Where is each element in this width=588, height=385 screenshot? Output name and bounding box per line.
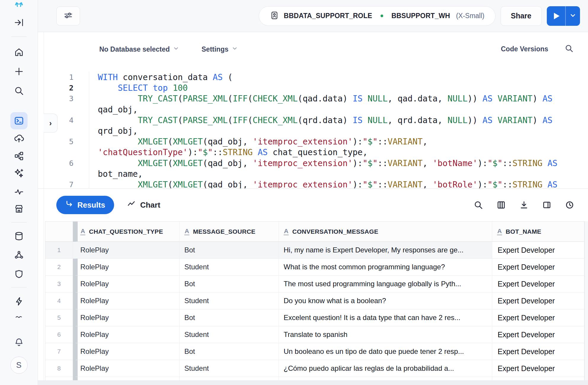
snowflake-logo-icon[interactable] — [13, 0, 25, 10]
table-cell[interactable]: Expert Developer — [492, 360, 584, 377]
table-cell[interactable]: RolePlay — [76, 326, 180, 343]
table-cell[interactable]: RolePlay — [76, 343, 180, 360]
table-row[interactable]: 1RolePlayBotHi, my name is Expert Develo… — [45, 242, 584, 259]
table-row[interactable]: 2RolePlayStudentWhat is the most common … — [45, 259, 584, 276]
side-panel-icon[interactable] — [542, 200, 552, 210]
table-cell[interactable]: Expert Developer — [492, 242, 584, 259]
table-cell[interactable]: RolePlay — [76, 292, 180, 309]
code-line[interactable]: 7 XMLGET(XMLGET(qad_obj, 'itemproc_exten… — [38, 179, 588, 189]
table-cell[interactable]: Do you know what is a boolean? — [279, 292, 492, 309]
table-cell[interactable]: RolePlay — [76, 360, 180, 377]
table-cell[interactable]: Bot — [180, 309, 279, 326]
table-cell[interactable]: RolePlay — [76, 242, 180, 259]
results-search-icon[interactable] — [473, 200, 483, 210]
code-line[interactable]: 2 SELECT top 100 — [38, 83, 588, 93]
search-icon — [565, 49, 573, 54]
worksheet-filters-button[interactable] — [56, 7, 80, 26]
table-row[interactable]: 8RolePlayStudent¿Cómo puedo aplicar las … — [45, 360, 584, 377]
table-cell[interactable]: Bot — [180, 276, 279, 292]
code-line[interactable]: 'chatQuestionType'):"$"::STRING AS chat_… — [38, 147, 588, 158]
table-cell[interactable]: Un booleano es un tipo de dato que puede… — [279, 343, 492, 360]
search-icon[interactable] — [13, 85, 25, 97]
column-header[interactable]: ABOT_NAME — [492, 222, 584, 242]
role-warehouse-selector[interactable]: BBDATA_SUPPORT_ROLE BBSUPPORT_WH (X-Smal… — [259, 6, 496, 26]
line-number: 3 — [38, 93, 74, 104]
wave-icon[interactable] — [13, 311, 25, 323]
run-options-button[interactable] — [566, 6, 580, 26]
table-row[interactable]: 6RolePlayStudentTranslate to spanishExpe… — [45, 326, 584, 343]
code-line[interactable]: 5 XMLGET(XMLGET(qad_obj, 'itemproc_exten… — [38, 136, 588, 147]
database-selector[interactable]: No Database selected — [99, 45, 179, 53]
code-line[interactable]: 6 XMLGET(XMLGET(qad_obj, 'itemproc_exten… — [38, 158, 588, 169]
main-area: BBDATA_SUPPORT_ROLE BBSUPPORT_WH (X-Smal… — [38, 0, 588, 385]
user-avatar[interactable]: S — [10, 357, 28, 374]
share-button[interactable]: Share — [501, 6, 542, 26]
table-cell[interactable]: Expert Developer — [492, 309, 584, 326]
editor-search-button[interactable] — [565, 44, 573, 54]
table-cell[interactable]: Student — [180, 326, 279, 343]
table-cell[interactable]: Expert Developer — [492, 259, 584, 276]
table-cell[interactable]: The most used programming language globa… — [279, 276, 492, 292]
marketplace-icon[interactable] — [13, 203, 25, 215]
data-hierarchy-icon[interactable] — [13, 150, 25, 162]
table-cell[interactable]: Bot — [180, 343, 279, 360]
new-worksheet-icon[interactable] — [13, 66, 25, 77]
table-cell[interactable]: What is the most common programming lang… — [279, 259, 492, 276]
table-cell[interactable]: RolePlay — [76, 309, 180, 326]
table-row[interactable]: 7RolePlayBotUn booleano es un tipo de da… — [45, 343, 584, 360]
share-label: Share — [511, 12, 531, 20]
table-cell[interactable]: RolePlay — [76, 276, 180, 292]
activity-icon[interactable] — [13, 186, 25, 198]
tab-results[interactable]: Results — [56, 196, 114, 214]
column-header[interactable]: ACHAT_QUESTION_TYPE — [76, 222, 180, 242]
code-versions-button[interactable]: Code Versions — [501, 45, 548, 53]
database-icon[interactable] — [13, 230, 25, 242]
sidebar-item-worksheets-active[interactable] — [10, 112, 28, 129]
home-icon[interactable] — [13, 46, 25, 58]
vertical-scrollbar[interactable] — [584, 221, 588, 380]
quick-actions-bolt-icon[interactable] — [13, 295, 25, 307]
collapse-sidebar-icon[interactable] — [13, 17, 25, 28]
code-line[interactable]: 3 TRY_CAST(PARSE_XML(IFF(CHECK_XML(qad.d… — [38, 93, 588, 104]
cloud-upload-icon[interactable] — [13, 132, 25, 144]
row-number: 8 — [45, 360, 73, 377]
code-line[interactable]: qrd_obj, — [38, 126, 588, 136]
table-row[interactable]: 3RolePlayBotThe most used programming la… — [45, 276, 584, 292]
table-cell[interactable]: Hi, my name is Expert Developer, My resp… — [279, 242, 492, 259]
table-row[interactable]: 5RolePlayBotExcelent question! It is a d… — [45, 309, 584, 326]
table-cell[interactable]: Expert Developer — [492, 276, 584, 292]
history-clock-icon[interactable] — [565, 200, 575, 210]
columns-icon[interactable] — [496, 200, 506, 210]
table-cell[interactable]: Student — [180, 292, 279, 309]
expand-panel-tab[interactable]: › — [44, 114, 57, 133]
code-line[interactable]: bot_name, — [38, 169, 588, 179]
shield-icon[interactable] — [13, 268, 25, 280]
table-cell[interactable]: Expert Developer — [492, 326, 584, 343]
table-cell[interactable]: RolePlay — [76, 259, 180, 276]
text-type-icon: A — [184, 228, 189, 235]
table-cell[interactable]: Student — [180, 259, 279, 276]
table-body: 1RolePlayBotHi, my name is Expert Develo… — [45, 242, 584, 380]
ai-sparkles-icon[interactable] — [13, 167, 25, 179]
settings-menu[interactable]: Settings — [202, 45, 238, 53]
database-selector-label: No Database selected — [99, 45, 170, 53]
column-header[interactable]: ACONVERSATION_MESSAGE — [279, 222, 492, 242]
table-cell[interactable]: Student — [180, 360, 279, 377]
table-row[interactable]: 4RolePlayStudentDo you know what is a bo… — [45, 292, 584, 309]
table-cell[interactable]: Excelent question! It is a data type tha… — [279, 309, 492, 326]
download-icon[interactable] — [519, 200, 529, 210]
code-lines[interactable]: 1WITH conversation_data AS (2 SELECT top… — [38, 72, 588, 189]
governance-nodes-icon[interactable] — [13, 249, 25, 261]
table-cell[interactable]: Expert Developer — [492, 343, 584, 360]
table-cell[interactable]: Translate to spanish — [279, 326, 492, 343]
table-cell[interactable]: Bot — [180, 242, 279, 259]
table-cell[interactable]: ¿Cómo puedo aplicar las reglas de la pro… — [279, 360, 492, 377]
code-line[interactable]: 4 TRY_CAST(PARSE_XML(IFF(CHECK_XML(qrd.d… — [38, 115, 588, 126]
table-cell[interactable]: Expert Developer — [492, 292, 584, 309]
column-header[interactable]: AMESSAGE_SOURCE — [180, 222, 279, 242]
code-line[interactable]: 1WITH conversation_data AS ( — [38, 72, 588, 83]
notifications-bell-icon[interactable] — [13, 336, 25, 348]
code-line[interactable]: qad_obj, — [38, 104, 588, 115]
tab-chart[interactable]: Chart — [127, 200, 160, 211]
run-button[interactable] — [547, 6, 565, 26]
